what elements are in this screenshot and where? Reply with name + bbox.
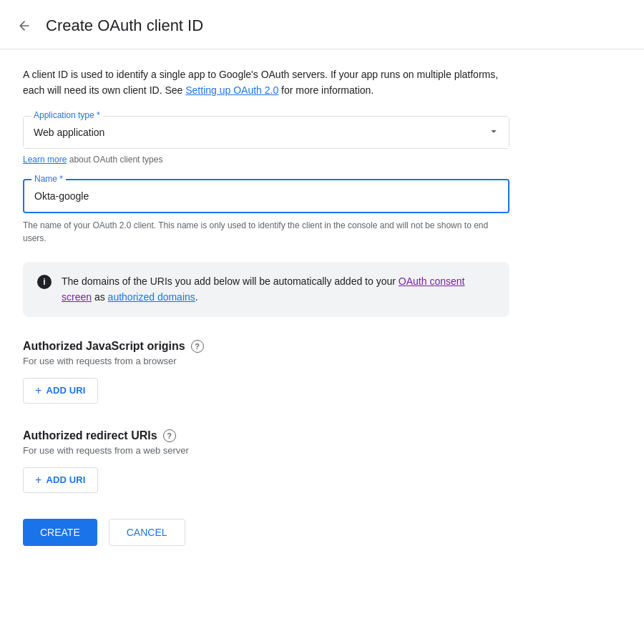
- back-arrow-icon: [17, 19, 31, 33]
- redirect-uris-add-uri-label: ADD URI: [46, 474, 85, 485]
- name-section: Name * The name of your OAuth 2.0 client…: [23, 179, 621, 245]
- description-text2: for more information.: [278, 84, 374, 96]
- info-text1: The domains of the URIs you add below wi…: [62, 275, 399, 287]
- page-title: Create OAuth client ID: [46, 16, 203, 35]
- js-origins-subtitle: For use with requests from a browser: [23, 356, 621, 366]
- page-description: A client ID is used to identify a single…: [23, 67, 509, 99]
- learn-more-link[interactable]: Learn more: [23, 155, 67, 165]
- back-button[interactable]: [11, 13, 37, 39]
- redirect-uris-add-uri-button[interactable]: + ADD URI: [23, 467, 98, 493]
- name-help-text: The name of your OAuth 2.0 client. This …: [23, 219, 509, 245]
- redirect-uris-subtitle: For use with requests from a web server: [23, 445, 621, 456]
- info-text2: as: [92, 291, 108, 303]
- js-origins-heading: Authorized JavaScript origins ?: [23, 340, 621, 353]
- learn-more-suffix: about OAuth client types: [67, 155, 162, 165]
- name-field-wrapper: Name *: [23, 179, 509, 213]
- learn-more-text: Learn more about OAuth client types: [23, 155, 621, 165]
- js-origins-add-uri-button[interactable]: + ADD URI: [23, 378, 98, 404]
- app-type-section: Application type * Web application Andro…: [23, 116, 621, 165]
- info-text3: .: [195, 291, 198, 303]
- redirect-uris-heading: Authorized redirect URIs ?: [23, 429, 621, 442]
- oauth-setup-link[interactable]: Setting up OAuth 2.0: [185, 84, 278, 96]
- js-origins-title: Authorized JavaScript origins: [23, 340, 185, 353]
- plus-icon-redirect: +: [35, 474, 42, 487]
- info-box-text: The domains of the URIs you add below wi…: [62, 273, 495, 306]
- help-icon-symbol-redirect: ?: [167, 431, 172, 440]
- info-icon: i: [37, 275, 52, 289]
- app-type-select[interactable]: Web application Android Chrome App iOS T…: [24, 117, 509, 148]
- create-button[interactable]: CREATE: [23, 519, 97, 546]
- top-bar: Create OAuth client ID: [0, 0, 644, 49]
- app-type-label: Application type *: [31, 110, 103, 120]
- redirect-uris-help-icon[interactable]: ?: [163, 429, 176, 442]
- js-origins-section: Authorized JavaScript origins ? For use …: [23, 340, 621, 404]
- page-container: Create OAuth client ID A client ID is us…: [0, 0, 644, 592]
- plus-icon-js: +: [35, 384, 42, 397]
- name-input[interactable]: [24, 180, 508, 212]
- help-icon-symbol: ?: [195, 342, 200, 351]
- authorized-domains-link[interactable]: authorized domains: [108, 291, 195, 303]
- info-box: i The domains of the URIs you add below …: [23, 262, 509, 317]
- name-label: Name *: [31, 174, 66, 184]
- app-type-select-wrapper: Application type * Web application Andro…: [23, 116, 509, 149]
- js-origins-add-uri-label: ADD URI: [46, 385, 85, 396]
- redirect-uris-section: Authorized redirect URIs ? For use with …: [23, 429, 621, 493]
- info-icon-symbol: i: [43, 277, 45, 287]
- bottom-buttons: CREATE CANCEL: [23, 519, 621, 546]
- cancel-button[interactable]: CANCEL: [109, 519, 185, 546]
- content-area: A client ID is used to identify a single…: [0, 49, 644, 563]
- redirect-uris-title: Authorized redirect URIs: [23, 429, 157, 442]
- js-origins-help-icon[interactable]: ?: [191, 340, 204, 353]
